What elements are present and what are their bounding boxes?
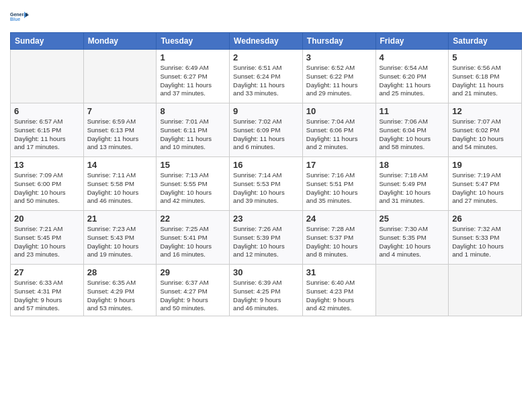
day-info: Sunrise: 6:35 AM Sunset: 4:29 PM Dayligh…: [87, 279, 153, 313]
day-number: 1: [160, 52, 226, 62]
day-number: 4: [380, 52, 445, 62]
calendar-week-2: 13Sunrise: 7:09 AM Sunset: 6:00 PM Dayli…: [11, 157, 522, 211]
day-number: 7: [87, 106, 153, 116]
calendar-cell: 23Sunrise: 7:26 AM Sunset: 5:39 PM Dayli…: [230, 211, 303, 265]
day-info: Sunrise: 7:23 AM Sunset: 5:43 PM Dayligh…: [87, 225, 153, 259]
logo-icon: GeneralBlue: [10, 7, 30, 27]
day-number: 25: [380, 214, 445, 224]
calendar-cell: 4Sunrise: 6:54 AM Sunset: 6:20 PM Daylig…: [375, 50, 449, 103]
calendar-cell: [449, 265, 522, 316]
calendar-cell: 20Sunrise: 7:21 AM Sunset: 5:45 PM Dayli…: [11, 211, 84, 265]
day-info: Sunrise: 7:25 AM Sunset: 5:41 PM Dayligh…: [160, 225, 226, 259]
day-number: 13: [14, 160, 80, 170]
calendar-week-0: 1Sunrise: 6:49 AM Sunset: 6:27 PM Daylig…: [11, 50, 522, 103]
day-number: 9: [233, 106, 299, 116]
col-header-monday: Monday: [83, 33, 157, 50]
day-number: 11: [380, 106, 445, 116]
calendar-cell: 3Sunrise: 6:52 AM Sunset: 6:22 PM Daylig…: [302, 50, 375, 103]
day-info: Sunrise: 6:40 AM Sunset: 4:23 PM Dayligh…: [306, 279, 372, 313]
day-number: 20: [14, 214, 80, 224]
day-number: 6: [14, 106, 80, 116]
logo: GeneralBlue: [10, 7, 30, 27]
day-info: Sunrise: 6:56 AM Sunset: 6:18 PM Dayligh…: [452, 64, 518, 98]
day-number: 14: [87, 160, 153, 170]
calendar-cell: 14Sunrise: 7:11 AM Sunset: 5:58 PM Dayli…: [83, 157, 157, 211]
day-info: Sunrise: 6:51 AM Sunset: 6:24 PM Dayligh…: [233, 64, 299, 98]
day-number: 15: [160, 160, 226, 170]
day-number: 10: [306, 106, 372, 116]
day-info: Sunrise: 7:26 AM Sunset: 5:39 PM Dayligh…: [233, 225, 299, 259]
calendar-cell: 2Sunrise: 6:51 AM Sunset: 6:24 PM Daylig…: [230, 50, 303, 103]
day-info: Sunrise: 7:28 AM Sunset: 5:37 PM Dayligh…: [306, 225, 372, 259]
day-info: Sunrise: 7:07 AM Sunset: 6:02 PM Dayligh…: [452, 118, 518, 152]
day-number: 24: [306, 214, 372, 224]
day-number: 5: [452, 52, 518, 62]
calendar-header-row: SundayMondayTuesdayWednesdayThursdayFrid…: [11, 33, 522, 50]
calendar-body: 1Sunrise: 6:49 AM Sunset: 6:27 PM Daylig…: [11, 50, 522, 316]
day-info: Sunrise: 7:09 AM Sunset: 6:00 PM Dayligh…: [14, 171, 80, 205]
col-header-saturday: Saturday: [449, 33, 522, 50]
day-info: Sunrise: 7:11 AM Sunset: 5:58 PM Dayligh…: [87, 171, 153, 205]
col-header-friday: Friday: [375, 33, 449, 50]
day-number: 21: [87, 214, 153, 224]
calendar-cell: 26Sunrise: 7:32 AM Sunset: 5:33 PM Dayli…: [449, 211, 522, 265]
day-info: Sunrise: 7:06 AM Sunset: 6:04 PM Dayligh…: [380, 118, 445, 152]
page: GeneralBlue SundayMondayTuesdayWednesday…: [0, 0, 532, 411]
day-info: Sunrise: 7:21 AM Sunset: 5:45 PM Dayligh…: [14, 225, 80, 259]
day-number: 17: [306, 160, 372, 170]
day-info: Sunrise: 6:54 AM Sunset: 6:20 PM Dayligh…: [380, 64, 445, 98]
col-header-tuesday: Tuesday: [157, 33, 230, 50]
calendar-cell: 17Sunrise: 7:16 AM Sunset: 5:51 PM Dayli…: [302, 157, 375, 211]
col-header-thursday: Thursday: [302, 33, 375, 50]
calendar-cell: 11Sunrise: 7:06 AM Sunset: 6:04 PM Dayli…: [375, 103, 449, 157]
day-number: 3: [306, 52, 372, 62]
day-info: Sunrise: 7:02 AM Sunset: 6:09 PM Dayligh…: [233, 118, 299, 152]
calendar-cell: 22Sunrise: 7:25 AM Sunset: 5:41 PM Dayli…: [157, 211, 230, 265]
calendar-cell: 21Sunrise: 7:23 AM Sunset: 5:43 PM Dayli…: [83, 211, 157, 265]
calendar-cell: 18Sunrise: 7:18 AM Sunset: 5:49 PM Dayli…: [375, 157, 449, 211]
col-header-sunday: Sunday: [11, 33, 84, 50]
day-info: Sunrise: 6:57 AM Sunset: 6:15 PM Dayligh…: [14, 118, 80, 152]
day-info: Sunrise: 6:37 AM Sunset: 4:27 PM Dayligh…: [160, 279, 226, 313]
calendar-table: SundayMondayTuesdayWednesdayThursdayFrid…: [10, 32, 522, 316]
day-info: Sunrise: 6:52 AM Sunset: 6:22 PM Dayligh…: [306, 64, 372, 98]
col-header-wednesday: Wednesday: [230, 33, 303, 50]
day-info: Sunrise: 6:59 AM Sunset: 6:13 PM Dayligh…: [87, 118, 153, 152]
day-number: 29: [160, 267, 226, 277]
day-info: Sunrise: 7:19 AM Sunset: 5:47 PM Dayligh…: [452, 171, 518, 205]
calendar-cell: 27Sunrise: 6:33 AM Sunset: 4:31 PM Dayli…: [11, 265, 84, 316]
calendar-week-4: 27Sunrise: 6:33 AM Sunset: 4:31 PM Dayli…: [11, 265, 522, 316]
calendar-cell: 19Sunrise: 7:19 AM Sunset: 5:47 PM Dayli…: [449, 157, 522, 211]
day-number: 12: [452, 106, 518, 116]
day-number: 2: [233, 52, 299, 62]
calendar-cell: [375, 265, 449, 316]
calendar-cell: [83, 50, 157, 103]
calendar-week-3: 20Sunrise: 7:21 AM Sunset: 5:45 PM Dayli…: [11, 211, 522, 265]
day-info: Sunrise: 7:16 AM Sunset: 5:51 PM Dayligh…: [306, 171, 372, 205]
day-number: 26: [452, 214, 518, 224]
day-info: Sunrise: 7:04 AM Sunset: 6:06 PM Dayligh…: [306, 118, 372, 152]
day-number: 30: [233, 267, 299, 277]
day-info: Sunrise: 7:18 AM Sunset: 5:49 PM Dayligh…: [380, 171, 445, 205]
day-info: Sunrise: 7:30 AM Sunset: 5:35 PM Dayligh…: [380, 225, 445, 259]
calendar-cell: 25Sunrise: 7:30 AM Sunset: 5:35 PM Dayli…: [375, 211, 449, 265]
day-number: 19: [452, 160, 518, 170]
day-info: Sunrise: 7:14 AM Sunset: 5:53 PM Dayligh…: [233, 171, 299, 205]
day-info: Sunrise: 6:49 AM Sunset: 6:27 PM Dayligh…: [160, 64, 226, 98]
day-number: 16: [233, 160, 299, 170]
calendar-cell: [11, 50, 84, 103]
day-info: Sunrise: 6:33 AM Sunset: 4:31 PM Dayligh…: [14, 279, 80, 313]
day-info: Sunrise: 6:39 AM Sunset: 4:25 PM Dayligh…: [233, 279, 299, 313]
calendar-cell: 9Sunrise: 7:02 AM Sunset: 6:09 PM Daylig…: [230, 103, 303, 157]
calendar-cell: 5Sunrise: 6:56 AM Sunset: 6:18 PM Daylig…: [449, 50, 522, 103]
calendar-week-1: 6Sunrise: 6:57 AM Sunset: 6:15 PM Daylig…: [11, 103, 522, 157]
day-number: 18: [380, 160, 445, 170]
calendar-cell: 16Sunrise: 7:14 AM Sunset: 5:53 PM Dayli…: [230, 157, 303, 211]
calendar-cell: 13Sunrise: 7:09 AM Sunset: 6:00 PM Dayli…: [11, 157, 84, 211]
calendar-cell: 8Sunrise: 7:01 AM Sunset: 6:11 PM Daylig…: [157, 103, 230, 157]
svg-text:Blue: Blue: [10, 17, 20, 21]
header: GeneralBlue: [10, 7, 522, 27]
day-number: 31: [306, 267, 372, 277]
calendar-cell: 28Sunrise: 6:35 AM Sunset: 4:29 PM Dayli…: [83, 265, 157, 316]
day-number: 22: [160, 214, 226, 224]
